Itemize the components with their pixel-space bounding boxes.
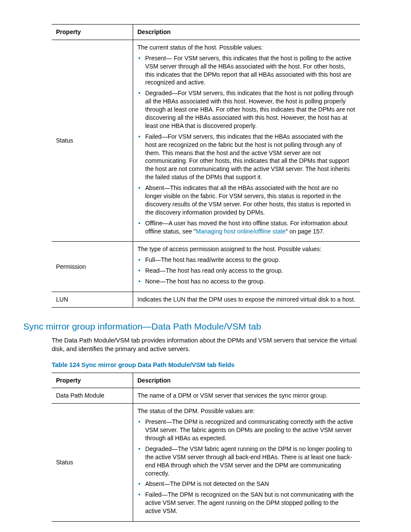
list-item: Full—The host has read/write access to t… xyxy=(137,256,356,264)
managing-host-state-link[interactable]: Managing host online/offline state xyxy=(196,228,286,235)
property-cell: Data Path Module xyxy=(52,388,133,404)
column-header-property: Property xyxy=(52,373,133,388)
list-item: Read—The host has read only access to th… xyxy=(137,267,356,275)
description-cell: Indicates the LUN that the DPM uses to e… xyxy=(133,292,361,308)
table-header-row: Property Description xyxy=(52,25,360,40)
list-item: Degraded—For VSM servers, this indicates… xyxy=(137,89,356,130)
list-item: None—The host has no access to the group… xyxy=(137,277,356,286)
table-row: Permission The type of access permission… xyxy=(52,242,360,292)
list-item: Degraded—The VSM fabric agent running on… xyxy=(137,445,356,478)
list-item: Present—The DPM is recognized and commun… xyxy=(137,418,356,442)
description-cell: The current status of the host. Possible… xyxy=(133,40,361,242)
list-item: Absent—This indicates that all the HBAs … xyxy=(137,184,356,217)
status-values-list: Present— For VSM servers, this indicates… xyxy=(137,54,356,236)
section-body: The Data Path Module/VSM tab provides in… xyxy=(52,336,360,354)
permission-intro: The type of access permission assigned t… xyxy=(137,245,356,253)
list-item: Failed—The DPM is recognized on the SAN … xyxy=(137,491,356,515)
column-header-description: Description xyxy=(133,373,361,388)
list-item: Offline—A user has moved the host into o… xyxy=(137,219,356,236)
host-properties-table: Property Description Status The current … xyxy=(52,24,360,308)
list-item: Present— For VSM servers, this indicates… xyxy=(137,54,356,87)
list-item: Failed—For VSM servers, this indicates t… xyxy=(137,133,356,181)
description-cell: The status of the DPM. Possible values a… xyxy=(133,404,361,522)
property-cell: LUN xyxy=(52,292,133,308)
dpm-status-values-list: Present—The DPM is recognized and commun… xyxy=(137,418,356,515)
offline-text-post: " on page 157. xyxy=(286,228,325,235)
description-cell: The name of a DPM or VSM server that ser… xyxy=(133,388,361,404)
table-row: Status The current status of the host. P… xyxy=(52,40,360,242)
property-cell: Status xyxy=(52,404,133,522)
table-header-row: Property Description xyxy=(52,373,360,388)
dpm-status-intro: The status of the DPM. Possible values a… xyxy=(137,407,356,415)
document-page: Property Description Status The current … xyxy=(0,0,411,532)
status-intro: The current status of the host. Possible… xyxy=(137,44,356,52)
dpm-vsm-table: Property Description Data Path Module Th… xyxy=(52,373,360,522)
table-row: Data Path Module The name of a DPM or VS… xyxy=(52,388,360,404)
column-header-property: Property xyxy=(52,25,133,40)
section-heading: Sync mirror group information—Data Path … xyxy=(23,321,360,332)
table-caption: Table 124 Sync mirror group Data Path Mo… xyxy=(52,361,360,368)
table-row: Status The status of the DPM. Possible v… xyxy=(52,404,360,522)
permission-values-list: Full—The host has read/write access to t… xyxy=(137,256,356,286)
property-cell: Permission xyxy=(52,242,133,292)
description-cell: The type of access permission assigned t… xyxy=(133,242,361,292)
column-header-description: Description xyxy=(133,25,361,40)
table-row: LUN Indicates the LUN that the DPM uses … xyxy=(52,292,360,308)
list-item: Absent—The DPM is not detected on the SA… xyxy=(137,480,356,488)
property-cell: Status xyxy=(52,40,133,242)
